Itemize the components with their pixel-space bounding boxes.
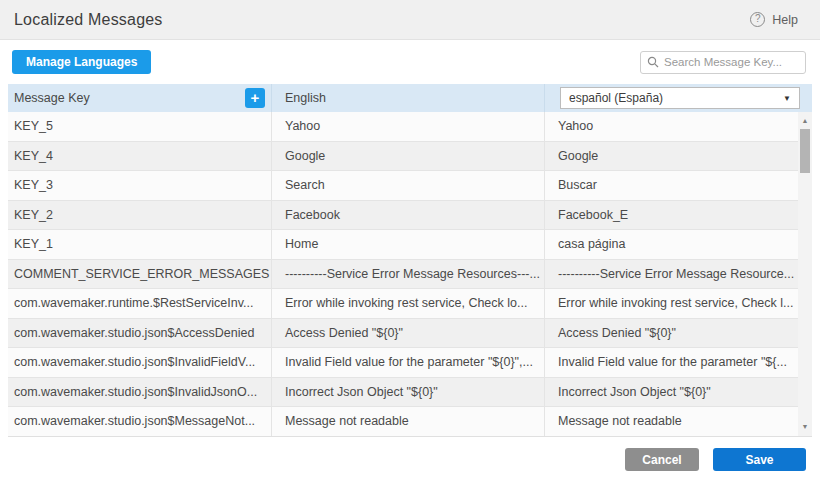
- toolbar: Manage Languages: [0, 40, 820, 84]
- table-row[interactable]: com.wavemaker.studio.json$AccessDenied A…: [8, 319, 798, 349]
- table-body-wrap: KEY_5 Yahoo Yahoo KEY_4 Google Google KE…: [8, 112, 812, 437]
- message-key-cell: com.wavemaker.studio.json$AccessDenied: [8, 319, 272, 348]
- translation-cell: Facebook_E: [545, 201, 798, 230]
- message-key-cell: COMMENT_SERVICE_ERROR_MESSAGES: [8, 260, 272, 289]
- table-scrollbar[interactable]: ▲ ▼: [798, 112, 812, 436]
- english-cell: Home: [272, 230, 545, 259]
- message-key-cell: com.wavemaker.studio.json$InvalidJsonO..…: [8, 378, 272, 407]
- search-input[interactable]: [664, 56, 799, 68]
- scroll-down-button[interactable]: ▼: [798, 420, 812, 434]
- column-header-message-key: Message Key +: [8, 84, 272, 112]
- english-cell: Google: [272, 142, 545, 171]
- english-cell: ----------Service Error Message Resource…: [272, 260, 545, 289]
- table-row[interactable]: com.wavemaker.studio.json$MessageNot... …: [8, 407, 798, 437]
- plus-icon: +: [251, 89, 260, 106]
- table-row[interactable]: COMMENT_SERVICE_ERROR_MESSAGES ---------…: [8, 260, 798, 290]
- translation-cell: Access Denied "${0}": [545, 319, 798, 348]
- table-row[interactable]: KEY_1 Home casa página: [8, 230, 798, 260]
- translation-cell: Message not readable: [545, 407, 798, 436]
- message-key-cell: KEY_5: [8, 112, 272, 141]
- message-key-cell: KEY_1: [8, 230, 272, 259]
- messages-table: Message Key + English español (España) ▼…: [8, 84, 812, 437]
- message-key-cell: com.wavemaker.studio.json$InvalidFieldV.…: [8, 348, 272, 377]
- table-row[interactable]: com.wavemaker.studio.json$InvalidFieldV.…: [8, 348, 798, 378]
- chevron-down-icon: ▼: [783, 94, 791, 103]
- table-row[interactable]: com.wavemaker.studio.json$InvalidJsonO..…: [8, 378, 798, 408]
- help-icon: ?: [750, 12, 765, 27]
- translation-cell: Incorrect Json Object "${0}": [545, 378, 798, 407]
- help-link[interactable]: ? Help: [750, 12, 798, 27]
- table-body: KEY_5 Yahoo Yahoo KEY_4 Google Google KE…: [8, 112, 798, 437]
- column-header-english: English: [272, 84, 545, 112]
- language-select[interactable]: español (España) ▼: [560, 87, 800, 109]
- help-label: Help: [772, 13, 798, 27]
- message-key-label: Message Key: [14, 91, 90, 105]
- translation-cell: Invalid Field value for the parameter "$…: [545, 348, 798, 377]
- table-header: Message Key + English español (España) ▼: [8, 84, 812, 112]
- english-cell: Search: [272, 171, 545, 200]
- english-label: English: [285, 91, 326, 105]
- english-cell: Yahoo: [272, 112, 545, 141]
- column-header-language: español (España) ▼: [545, 84, 812, 112]
- translation-cell: Yahoo: [545, 112, 798, 141]
- table-row[interactable]: KEY_4 Google Google: [8, 142, 798, 172]
- add-message-key-button[interactable]: +: [245, 88, 265, 108]
- scrollbar-thumb[interactable]: [800, 129, 810, 173]
- english-cell: Invalid Field value for the parameter "$…: [272, 348, 545, 377]
- english-cell: Message not readable: [272, 407, 545, 436]
- english-cell: Incorrect Json Object "${0}": [272, 378, 545, 407]
- english-cell: Error while invoking rest service, Check…: [272, 289, 545, 318]
- manage-languages-button[interactable]: Manage Languages: [12, 50, 151, 74]
- save-button[interactable]: Save: [713, 448, 806, 471]
- footer: Cancel Save: [0, 437, 820, 487]
- table-row[interactable]: KEY_2 Facebook Facebook_E: [8, 201, 798, 231]
- message-key-cell: KEY_3: [8, 171, 272, 200]
- search-box: [640, 51, 806, 74]
- translation-cell: casa página: [545, 230, 798, 259]
- language-select-value: español (España): [569, 91, 663, 105]
- message-key-cell: KEY_2: [8, 201, 272, 230]
- titlebar: Localized Messages ? Help: [0, 0, 820, 40]
- table-row[interactable]: KEY_3 Search Buscar: [8, 171, 798, 201]
- translation-cell: Error while invoking rest service, Check…: [545, 289, 798, 318]
- search-icon: [647, 56, 659, 68]
- message-key-cell: com.wavemaker.studio.json$MessageNot...: [8, 407, 272, 436]
- scroll-up-button[interactable]: ▲: [798, 114, 812, 128]
- english-cell: Facebook: [272, 201, 545, 230]
- message-key-cell: com.wavemaker.runtime.$RestServiceInv...: [8, 289, 272, 318]
- localized-messages-dialog: Localized Messages ? Help Manage Languag…: [0, 0, 820, 487]
- translation-cell: ----------Service Error Message Resource…: [545, 260, 798, 289]
- message-key-cell: KEY_4: [8, 142, 272, 171]
- table-row[interactable]: com.wavemaker.runtime.$RestServiceInv...…: [8, 289, 798, 319]
- cancel-button[interactable]: Cancel: [625, 448, 699, 471]
- table-row[interactable]: KEY_5 Yahoo Yahoo: [8, 112, 798, 142]
- page-title: Localized Messages: [14, 11, 163, 29]
- english-cell: Access Denied "${0}": [272, 319, 545, 348]
- translation-cell: Buscar: [545, 171, 798, 200]
- translation-cell: Google: [545, 142, 798, 171]
